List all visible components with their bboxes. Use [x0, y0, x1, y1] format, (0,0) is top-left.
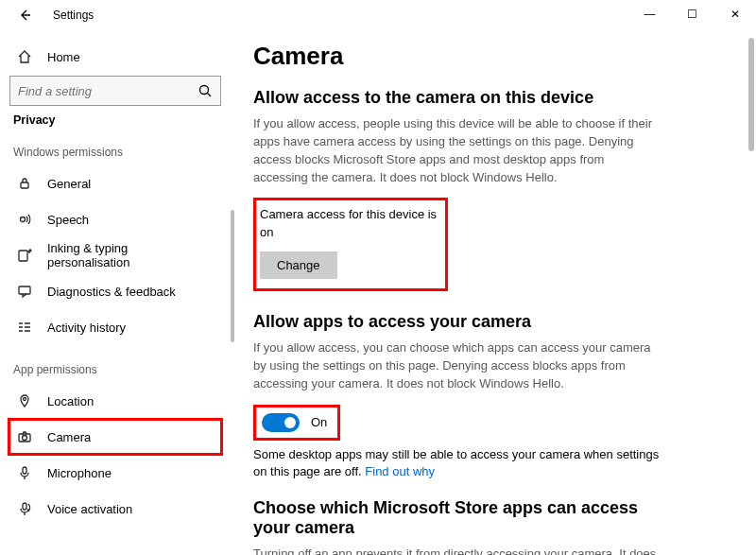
section1-heading: Allow access to the camera on this devic…: [253, 88, 728, 108]
sidebar-item-diagnostics[interactable]: Diagnostics & feedback: [9, 274, 221, 308]
sidebar-item-voice-activation[interactable]: Voice activation: [9, 492, 221, 526]
close-button[interactable]: ✕: [713, 0, 756, 28]
sidebar-item-activity-history[interactable]: Activity history: [9, 310, 221, 344]
search-box[interactable]: [9, 76, 221, 106]
sidebar: Home Privacy Windows permissions General…: [0, 30, 231, 555]
svg-rect-3: [19, 251, 27, 261]
find-out-why-link[interactable]: Find out why: [365, 464, 435, 478]
section2-desc: If you allow access, you can choose whic…: [253, 339, 660, 393]
svg-point-2: [21, 217, 26, 222]
sidebar-item-camera[interactable]: Camera: [9, 420, 221, 454]
home-icon: [17, 49, 32, 64]
toggle-label: On: [311, 415, 327, 429]
svg-point-5: [24, 398, 26, 401]
section3-desc: Turning off an app prevents it from dire…: [253, 546, 660, 555]
maximize-icon: ☐: [687, 8, 697, 21]
svg-rect-1: [21, 182, 28, 188]
device-access-status: Camera access for this device is on: [260, 206, 438, 242]
svg-point-7: [23, 436, 27, 441]
camera-icon: [17, 429, 32, 444]
category-privacy: Privacy: [13, 113, 221, 127]
microphone-icon: [17, 465, 32, 480]
close-icon: ✕: [730, 8, 740, 21]
sidebar-item-location[interactable]: Location: [9, 384, 221, 418]
location-icon: [17, 393, 32, 408]
section-app-permissions: App permissions: [13, 363, 221, 376]
sidebar-item-general[interactable]: General: [9, 166, 221, 200]
minimize-icon: —: [644, 8, 656, 21]
section1-desc: If you allow access, people using this d…: [253, 115, 660, 186]
section3-heading: Choose which Microsoft Store apps can ac…: [253, 498, 660, 538]
inking-icon: [17, 248, 32, 263]
search-input[interactable]: [18, 84, 198, 98]
activity-icon: [17, 320, 32, 335]
minimize-button[interactable]: —: [628, 0, 671, 28]
sidebar-item-speech[interactable]: Speech: [9, 202, 221, 236]
sidebar-item-microphone[interactable]: Microphone: [9, 456, 221, 490]
maximize-button[interactable]: ☐: [671, 0, 713, 28]
sidebar-item-inking[interactable]: Inking & typing personalisation: [9, 238, 221, 272]
apps-access-toggle[interactable]: [262, 413, 300, 432]
voice-activation-icon: [17, 501, 32, 516]
svg-point-0: [200, 86, 209, 95]
content-scrollbar[interactable]: [748, 38, 754, 151]
section2-heading: Allow apps to access your camera: [253, 312, 728, 332]
back-button[interactable]: [17, 8, 32, 23]
svg-rect-9: [23, 503, 26, 510]
section2-note: Some desktop apps may still be able to a…: [253, 446, 660, 482]
svg-rect-8: [23, 467, 26, 474]
change-button[interactable]: Change: [260, 251, 337, 279]
highlight-device-access: Camera access for this device is on Chan…: [253, 198, 448, 291]
sidebar-item-home[interactable]: Home: [9, 40, 221, 74]
back-arrow-icon: [17, 8, 32, 23]
speech-icon: [17, 212, 32, 227]
content-pane: Camera Allow access to the camera on thi…: [234, 30, 756, 555]
section-windows-permissions: Windows permissions: [13, 146, 221, 159]
home-label: Home: [47, 50, 80, 64]
window-title: Settings: [53, 9, 94, 22]
svg-rect-4: [19, 286, 30, 294]
lock-icon: [17, 176, 32, 191]
feedback-icon: [17, 284, 32, 299]
window-controls: — ☐ ✕: [628, 0, 756, 28]
page-title: Camera: [253, 42, 728, 71]
search-icon: [198, 83, 213, 98]
highlight-apps-toggle: On: [253, 405, 340, 441]
